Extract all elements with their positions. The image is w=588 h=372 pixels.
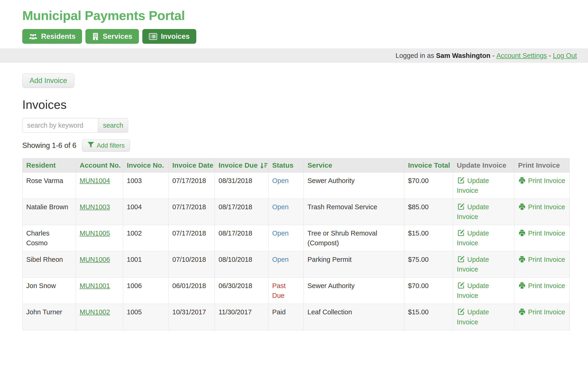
invoice-total-cell: $85.00 [404, 199, 453, 225]
table-row: Charles Cosmo MUN1005 1002 07/17/2018 08… [22, 225, 570, 251]
users-icon [29, 33, 37, 40]
printer-icon [518, 282, 528, 289]
edit-icon [457, 256, 467, 263]
edit-icon [457, 203, 467, 211]
column-header-invoice-date[interactable]: Invoice Date [168, 158, 215, 173]
update-invoice-cell: Update Invoice [453, 304, 514, 330]
update-invoice-link[interactable]: Update Invoice [457, 230, 489, 247]
nav-button-invoices[interactable]: Invoices [142, 29, 196, 44]
nav-button-services[interactable]: Services [85, 29, 139, 44]
service-cell: Leaf Collection [304, 304, 404, 330]
invoice-table: Resident Account No. Invoice No. Invoice… [22, 158, 570, 330]
account-number-link[interactable]: MUN1006 [80, 256, 110, 263]
column-header-service[interactable]: Service [304, 158, 404, 173]
search-input[interactable] [22, 118, 98, 132]
account-number-link[interactable]: MUN1002 [80, 308, 110, 316]
account-number-link[interactable]: MUN1004 [80, 177, 110, 184]
service-cell: Parking Permit [304, 251, 404, 278]
column-header-invoice-no[interactable]: Invoice No. [123, 158, 168, 173]
update-invoice-link[interactable]: Update Invoice [457, 282, 489, 299]
invoice-due-cell: 08/10/2018 [215, 251, 268, 278]
update-invoice-link[interactable]: Update Invoice [457, 308, 489, 326]
main-nav: Residents Services [22, 29, 566, 44]
table-row: John Turner MUN1002 1005 10/31/2017 11/3… [22, 304, 570, 330]
invoice-date-cell: 10/31/2017 [168, 304, 215, 330]
resident-cell: Sibel Rheon [22, 251, 76, 278]
account-settings-link[interactable]: Account Settings [496, 52, 547, 60]
invoice-table-body: Rose Varma MUN1004 1003 07/17/2018 08/31… [22, 173, 570, 330]
printer-icon [518, 177, 528, 184]
edit-icon [457, 308, 467, 316]
print-invoice-label: Print Invoice [528, 282, 565, 289]
account-number-link[interactable]: MUN1003 [80, 203, 110, 211]
update-invoice-cell: Update Invoice [453, 251, 514, 278]
column-header-invoice-due[interactable]: Invoice Due [215, 158, 268, 173]
search-button[interactable]: search [98, 118, 128, 132]
status-cell: Open [268, 199, 304, 225]
status-cell: Paid [268, 304, 304, 330]
session-bar: Logged in as Sam Washington - Account Se… [0, 48, 588, 63]
nav-button-residents[interactable]: Residents [22, 29, 82, 44]
sort-descending-icon [258, 161, 268, 169]
update-invoice-cell: Update Invoice [453, 199, 514, 225]
update-invoice-cell: Update Invoice [453, 173, 514, 199]
print-invoice-link[interactable]: Print Invoice [518, 256, 565, 263]
nav-button-label: Residents [41, 32, 75, 41]
print-invoice-link[interactable]: Print Invoice [518, 308, 565, 316]
print-invoice-label: Print Invoice [528, 308, 565, 316]
nav-button-label: Invoices [161, 32, 190, 41]
account-number-link[interactable]: MUN1001 [80, 282, 110, 289]
invoice-total-cell: $75.00 [404, 251, 453, 278]
edit-icon [457, 177, 467, 184]
invoice-total-cell: $70.00 [404, 278, 453, 304]
status-badge: Open [272, 256, 289, 263]
column-header-status[interactable]: Status [268, 158, 304, 173]
service-cell: Sewer Authority [304, 173, 404, 199]
invoice-total-cell: $15.00 [404, 225, 453, 251]
service-cell: Tree or Shrub Removal (Compost) [304, 225, 404, 251]
print-invoice-label: Print Invoice [528, 177, 565, 184]
service-cell: Trash Removal Service [304, 199, 404, 225]
table-row: Sibel Rheon MUN1006 1001 07/10/2018 08/1… [22, 251, 570, 278]
filter-funnel-icon [87, 142, 94, 150]
print-invoice-cell: Print Invoice [514, 173, 570, 199]
column-header-resident[interactable]: Resident [22, 158, 76, 173]
resident-cell: Rose Varma [22, 173, 76, 199]
app-title: Municipal Payments Portal [22, 8, 566, 23]
invoice-due-cell: 08/17/2018 [215, 199, 268, 225]
table-row: Jon Snow MUN1001 1006 06/01/2018 06/30/2… [22, 278, 570, 304]
account-number-link[interactable]: MUN1005 [80, 230, 110, 237]
status-cell: Past Due [268, 278, 304, 304]
print-invoice-link[interactable]: Print Invoice [518, 282, 565, 289]
print-invoice-label: Print Invoice [528, 256, 565, 263]
update-invoice-link[interactable]: Update Invoice [457, 177, 489, 194]
print-invoice-link[interactable]: Print Invoice [518, 177, 565, 184]
printer-icon [518, 256, 528, 263]
invoice-total-cell: $15.00 [404, 304, 453, 330]
update-invoice-link[interactable]: Update Invoice [457, 256, 489, 273]
print-invoice-cell: Print Invoice [514, 278, 570, 304]
status-cell: Open [268, 251, 304, 278]
print-invoice-link[interactable]: Print Invoice [518, 230, 565, 237]
status-badge: Open [272, 177, 289, 184]
account-cell: MUN1005 [76, 225, 123, 251]
update-invoice-link[interactable]: Update Invoice [457, 203, 489, 220]
log-out-link[interactable]: Log Out [553, 52, 577, 60]
account-cell: MUN1001 [76, 278, 123, 304]
status-badge: Open [272, 203, 289, 211]
printer-icon [518, 230, 528, 237]
invoice-date-cell: 07/10/2018 [168, 251, 215, 278]
resident-cell: John Turner [22, 304, 76, 330]
session-username: Sam Washington [436, 52, 490, 60]
table-header-row: Resident Account No. Invoice No. Invoice… [22, 158, 570, 173]
column-header-account-no[interactable]: Account No. [76, 158, 123, 173]
invoice-date-cell: 07/17/2018 [168, 199, 215, 225]
status-badge: Paid [272, 308, 286, 316]
service-cell: Sewer Authority [304, 278, 404, 304]
print-invoice-link[interactable]: Print Invoice [518, 203, 565, 211]
resident-cell: Charles Cosmo [22, 225, 76, 251]
column-header-invoice-total[interactable]: Invoice Total [404, 158, 453, 173]
add-filters-button[interactable]: Add filters [82, 140, 130, 152]
add-invoice-button[interactable]: Add Invoice [22, 74, 74, 88]
account-cell: MUN1003 [76, 199, 123, 225]
